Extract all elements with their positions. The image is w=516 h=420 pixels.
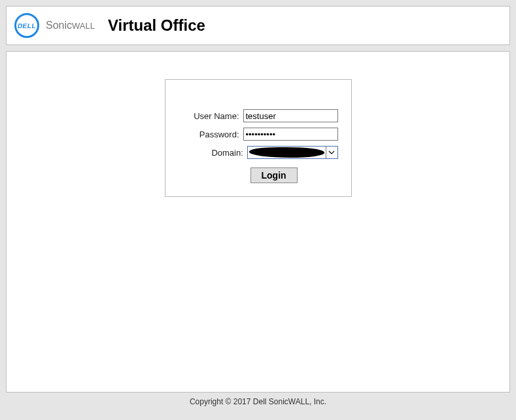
main-panel: User Name: Password: Domain: Login (6, 51, 510, 393)
sonicwall-brand-prefix: Sonic (46, 20, 72, 31)
product-title: Virtual Office (108, 16, 205, 35)
login-button[interactable]: Login (250, 167, 298, 183)
username-label: User Name: (177, 111, 243, 121)
domain-label: Domain: (177, 148, 247, 158)
login-box: User Name: Password: Domain: Login (165, 79, 352, 197)
sonicwall-brand-suffix: WALL (72, 21, 95, 31)
username-input[interactable] (243, 109, 338, 122)
domain-row: Domain: (177, 146, 338, 159)
domain-selected-value (249, 147, 324, 158)
sonicwall-brand: SonicWALL (46, 20, 95, 31)
dell-logo-text: DELL (17, 22, 37, 29)
domain-select[interactable] (247, 146, 338, 159)
password-row: Password: (177, 128, 338, 141)
dell-logo-icon: DELL (14, 13, 39, 38)
chevron-down-icon (326, 147, 337, 158)
password-label: Password: (177, 130, 243, 139)
header-panel: DELL SonicWALL Virtual Office (6, 6, 510, 45)
login-button-row: Login (177, 167, 338, 183)
button-spacer (177, 167, 250, 183)
password-input[interactable] (243, 128, 338, 141)
footer-copyright: Copyright © 2017 Dell SonicWALL, Inc. (0, 397, 516, 406)
username-row: User Name: (177, 109, 338, 122)
